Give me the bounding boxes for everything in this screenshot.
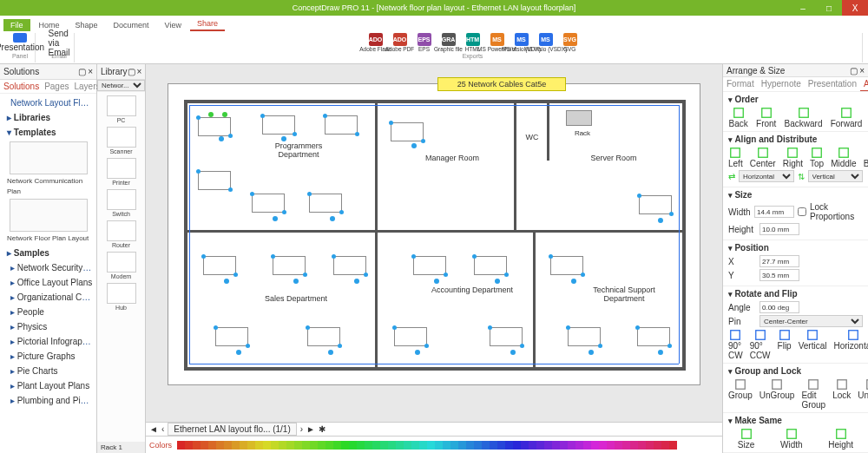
swatch[interactable] — [193, 441, 201, 450]
swatch[interactable] — [302, 441, 310, 450]
swatch[interactable] — [583, 441, 591, 450]
vertical-button[interactable]: Vertical — [799, 329, 827, 360]
device[interactable] — [307, 327, 340, 346]
swatch[interactable] — [349, 441, 357, 450]
swatch[interactable] — [466, 441, 474, 450]
device[interactable] — [490, 327, 523, 346]
horizontal-button[interactable]: Horizontal — [833, 329, 868, 360]
library-item-switch[interactable]: Switch — [104, 189, 139, 217]
solutions-list[interactable]: Network Layout Floor Plans ▸ Libraries ▾… — [0, 94, 96, 453]
rtab-presentation[interactable]: Presentation — [805, 77, 860, 91]
rtab-hypernote[interactable]: Hypernote — [758, 77, 805, 91]
swatch[interactable] — [232, 441, 240, 450]
drawing-canvas[interactable]: 25 Network Cables Cat5e — [146, 64, 722, 422]
close-button[interactable]: X — [842, 0, 868, 16]
soltab-pages[interactable]: Pages — [44, 82, 69, 91]
swatch[interactable] — [427, 441, 435, 450]
library-items[interactable]: PCScannerPrinterSwitchRouterModemHub — [97, 92, 145, 442]
swatch[interactable] — [263, 441, 271, 450]
width-input[interactable] — [754, 206, 794, 218]
right-button[interactable]: Right — [783, 147, 803, 168]
soltab-layers[interactable]: Layers — [75, 82, 101, 91]
export-adobe-flash-button[interactable]: ADOAdobe Flash — [366, 33, 385, 52]
pin-select[interactable]: Center-Center — [760, 315, 863, 327]
add-page-button[interactable]: ✱ — [319, 424, 326, 434]
pin-icon[interactable]: ▢ — [78, 67, 86, 76]
template-thumb[interactable] — [10, 199, 88, 232]
swatch[interactable] — [255, 441, 263, 450]
swatch[interactable] — [318, 441, 326, 450]
swatch[interactable] — [622, 441, 630, 450]
tab-share[interactable]: Share — [190, 17, 225, 31]
swatch[interactable] — [513, 441, 521, 450]
left-button[interactable]: Left — [728, 147, 743, 168]
horizontal-select[interactable]: Horizontal — [739, 170, 794, 182]
swatch[interactable] — [396, 441, 404, 450]
library-item-scanner[interactable]: Scanner — [104, 127, 139, 154]
tab-next2[interactable]: ► — [306, 424, 315, 434]
device[interactable] — [333, 256, 366, 275]
swatch[interactable] — [216, 441, 224, 450]
lock-button[interactable]: Lock — [832, 378, 851, 410]
swatch[interactable] — [630, 441, 638, 450]
sol-item[interactable]: ▸ Plumbing and Piping Plans — [3, 393, 93, 408]
tab-prev[interactable]: ◄ — [149, 424, 158, 434]
swatch[interactable] — [435, 441, 443, 450]
swatch[interactable] — [372, 441, 380, 450]
library-item-printer[interactable]: Printer — [104, 158, 139, 186]
close-panel-icon[interactable]: × — [859, 66, 865, 76]
swatch[interactable] — [560, 441, 568, 450]
swatch[interactable] — [669, 441, 677, 450]
rtab-format[interactable]: Format — [723, 77, 758, 91]
color-swatches[interactable] — [177, 441, 719, 450]
swatch[interactable] — [638, 441, 646, 450]
90-ccw-button[interactable]: 90° CCW — [750, 329, 771, 360]
group-button[interactable]: Group — [728, 378, 753, 410]
library-footer[interactable]: Rack 1 — [97, 442, 145, 453]
swatch[interactable] — [521, 441, 529, 450]
swatch[interactable] — [443, 441, 450, 450]
swatch[interactable] — [365, 441, 372, 450]
device[interactable] — [215, 327, 248, 346]
pin-icon[interactable]: ▢ — [850, 66, 858, 76]
maximize-button[interactable]: □ — [816, 0, 842, 16]
swatch[interactable] — [341, 441, 349, 450]
device[interactable] — [203, 256, 236, 275]
sol-item[interactable]: ▸ Libraries — [3, 110, 93, 125]
backward-button[interactable]: Backward — [785, 107, 823, 128]
sol-item[interactable]: ▸ Picture Graphs — [3, 349, 93, 364]
close-panel-icon[interactable]: × — [88, 67, 93, 76]
library-item-hub[interactable]: Hub — [104, 283, 139, 311]
90-cw-button[interactable]: 90° CW — [728, 329, 743, 360]
pin-icon[interactable]: ▢ — [128, 67, 135, 76]
vert-icon[interactable]: ⇅ — [798, 172, 805, 181]
swatch[interactable] — [552, 441, 560, 450]
lock-proportions-checkbox[interactable] — [798, 207, 806, 216]
swatch[interactable] — [240, 441, 247, 450]
sol-item[interactable]: ▸ People — [3, 305, 93, 319]
minimize-button[interactable]: – — [790, 0, 816, 16]
send-email-button[interactable]: Send via Email — [49, 33, 69, 52]
soltab-solutions[interactable]: Solutions — [3, 82, 39, 91]
swatch[interactable] — [490, 441, 497, 450]
export-adobe-pdf-button[interactable]: ADOAdobe PDF — [391, 33, 410, 52]
device[interactable] — [309, 194, 342, 213]
device[interactable] — [394, 327, 427, 346]
sol-item[interactable]: ▸ Network Security Diagrams — [3, 260, 93, 275]
swatch[interactable] — [654, 441, 661, 450]
swatch[interactable] — [607, 441, 615, 450]
swatch[interactable] — [646, 441, 654, 450]
x-input[interactable] — [760, 255, 799, 267]
swatch[interactable] — [536, 441, 544, 450]
swatch[interactable] — [575, 441, 583, 450]
tab-file[interactable]: File — [3, 19, 30, 31]
swatch[interactable] — [450, 441, 458, 450]
swatch[interactable] — [505, 441, 513, 450]
swatch[interactable] — [286, 441, 294, 450]
tab-shape[interactable]: Shape — [69, 19, 105, 31]
device[interactable] — [568, 327, 601, 346]
tab-next[interactable]: › — [300, 424, 303, 434]
size-button[interactable]: Size — [738, 428, 754, 450]
flip-button[interactable]: Flip — [778, 329, 792, 360]
device[interactable] — [262, 115, 295, 135]
